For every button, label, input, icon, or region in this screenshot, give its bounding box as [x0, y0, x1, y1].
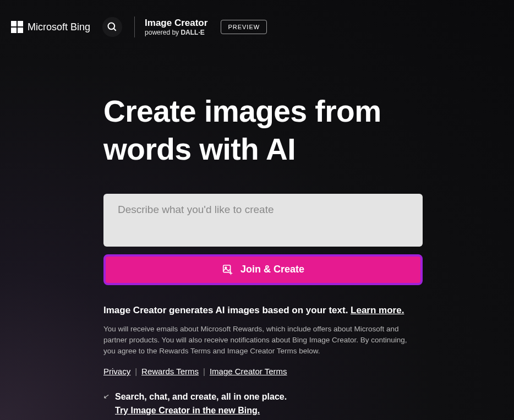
divider: | — [203, 367, 205, 376]
tagline: Image Creator generates AI images based … — [103, 305, 424, 316]
arrow-icon: ↘ — [103, 391, 110, 401]
hero-title: Create images from words with AI — [103, 92, 424, 168]
rewards-terms-link[interactable]: Rewards Terms — [141, 367, 199, 376]
microsoft-logo-icon — [11, 21, 23, 33]
header-divider — [134, 17, 135, 37]
image-sparkle-icon — [222, 264, 234, 276]
search-button[interactable] — [102, 17, 122, 37]
learn-more-link[interactable]: Learn more. — [351, 305, 404, 315]
promo-text: Search, chat, and create, all in one pla… — [115, 390, 287, 418]
disclaimer-text: You will receive emails about Microsoft … — [103, 324, 412, 357]
microsoft-bing-logo[interactable]: Microsoft Bing — [11, 21, 90, 33]
try-new-bing-link[interactable]: Try Image Creator in the new Bing. — [115, 406, 260, 415]
svg-rect-2 — [223, 265, 231, 272]
prompt-input[interactable] — [103, 194, 423, 247]
legal-links: Privacy | Rewards Terms | Image Creator … — [103, 367, 424, 376]
cta-label: Join & Create — [240, 264, 304, 275]
divider: | — [135, 367, 137, 376]
svg-point-0 — [108, 23, 115, 30]
powered-by-label: powered by DALL·E — [145, 29, 207, 36]
promo-block: ↘ Search, chat, and create, all in one p… — [103, 390, 424, 418]
product-title-block: Image Creator powered by DALL·E — [145, 18, 207, 37]
image-creator-terms-link[interactable]: Image Creator Terms — [210, 367, 287, 376]
svg-line-1 — [114, 29, 116, 31]
search-icon — [107, 21, 118, 32]
product-title: Image Creator — [145, 18, 207, 29]
page-header: Microsoft Bing Image Creator powered by … — [0, 0, 514, 48]
brand-text: Microsoft Bing — [28, 21, 90, 33]
privacy-link[interactable]: Privacy — [103, 367, 130, 376]
main-content: Create images from words with AI Join & … — [0, 48, 424, 418]
preview-badge: PREVIEW — [221, 20, 267, 34]
join-create-button[interactable]: Join & Create — [103, 254, 423, 285]
